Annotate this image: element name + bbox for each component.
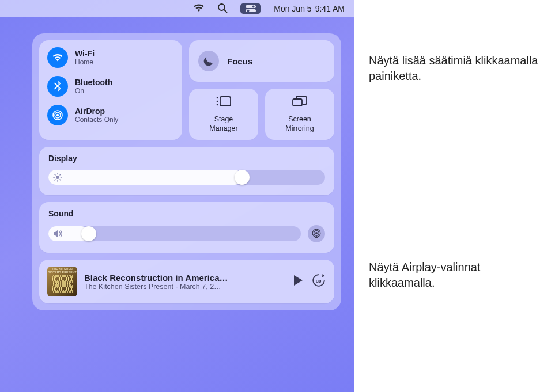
bluetooth-toggle[interactable]: Bluetooth On: [47, 76, 174, 97]
callout-line: [328, 271, 366, 271]
play-button[interactable]: [293, 275, 303, 288]
svg-point-14: [56, 176, 59, 179]
focus-button[interactable]: Focus: [189, 40, 334, 82]
focus-label: Focus: [227, 56, 252, 66]
wifi-toggle[interactable]: Wi-Fi Home: [47, 47, 174, 68]
stage-manager-label: Stage Manager: [209, 115, 237, 133]
moon-icon: [198, 51, 219, 71]
wifi-title: Wi-Fi: [75, 49, 95, 58]
now-playing-subtitle: The Kitchen Sisters Present - March 7, 2…: [84, 283, 286, 291]
svg-point-12: [217, 104, 218, 106]
svg-line-22: [60, 174, 61, 175]
svg-line-21: [55, 180, 55, 180]
bluetooth-title: Bluetooth: [75, 78, 112, 87]
display-title: Display: [48, 154, 325, 163]
now-playing-artwork: THE KITCHEN SISTERS PRESENT: [47, 267, 77, 296]
stage-manager-icon: [216, 96, 232, 111]
sound-module: Sound: [39, 202, 334, 253]
control-center-panel: Wi-Fi Home Bluetooth On AirDrop: [32, 33, 341, 310]
skip-forward-30-button[interactable]: 30: [311, 273, 326, 290]
callout-focus: Näytä lisää säätimiä klikkaamalla painik…: [369, 53, 548, 84]
bluetooth-subtitle: On: [75, 87, 112, 95]
svg-point-3: [252, 6, 255, 8]
sound-volume-slider[interactable]: [48, 226, 301, 241]
menubar-time: 9:41 AM: [315, 4, 345, 13]
airdrop-toggle[interactable]: AirDrop Contacts Only: [47, 105, 174, 125]
now-playing-module[interactable]: THE KITCHEN SISTERS PRESENT Black Recons…: [39, 260, 334, 303]
svg-point-11: [217, 101, 218, 102]
brightness-icon: [53, 173, 62, 182]
speaker-icon: [53, 229, 62, 238]
display-brightness-slider[interactable]: [48, 170, 325, 185]
svg-rect-9: [220, 97, 231, 106]
callout-airplay: Näytä Airplay-valinnat klikkaamalla.: [369, 260, 548, 291]
svg-point-23: [315, 232, 318, 234]
menubar: Mon Jun 5 9:41 AM: [0, 0, 354, 17]
display-module: Display: [39, 147, 334, 195]
airplay-icon: [311, 229, 322, 239]
wifi-subtitle: Home: [75, 58, 95, 66]
wifi-status-icon[interactable]: [193, 4, 205, 14]
airplay-audio-button[interactable]: [308, 225, 325, 242]
sound-title: Sound: [48, 209, 325, 218]
screen-mirroring-icon: [292, 96, 308, 111]
svg-rect-13: [293, 99, 302, 106]
bluetooth-icon: [47, 76, 68, 97]
screen-mirroring-button[interactable]: Screen Mirroring: [265, 89, 334, 140]
wifi-icon: [47, 47, 68, 68]
airdrop-title: AirDrop: [75, 106, 118, 116]
airdrop-subtitle: Contacts Only: [75, 116, 118, 124]
svg-point-5: [247, 10, 250, 12]
svg-line-19: [55, 174, 55, 175]
menubar-date: Mon Jun 5: [274, 4, 311, 13]
menubar-datetime[interactable]: Mon Jun 5 9:41 AM: [274, 4, 345, 13]
connectivity-module: Wi-Fi Home Bluetooth On AirDrop: [39, 40, 182, 140]
stage-manager-button[interactable]: Stage Manager: [189, 89, 258, 140]
svg-line-20: [60, 180, 61, 180]
spotlight-icon[interactable]: [217, 3, 228, 15]
now-playing-title: Black Reconstruction in America…: [84, 273, 286, 283]
svg-point-6: [56, 114, 59, 116]
control-center-icon[interactable]: [240, 3, 261, 14]
svg-line-1: [224, 10, 227, 13]
screen-mirroring-label: Screen Mirroring: [285, 115, 314, 133]
svg-point-0: [218, 4, 225, 10]
airdrop-icon: [47, 105, 68, 125]
svg-point-10: [217, 97, 218, 99]
svg-text:30: 30: [316, 279, 322, 284]
callout-line: [331, 64, 366, 64]
